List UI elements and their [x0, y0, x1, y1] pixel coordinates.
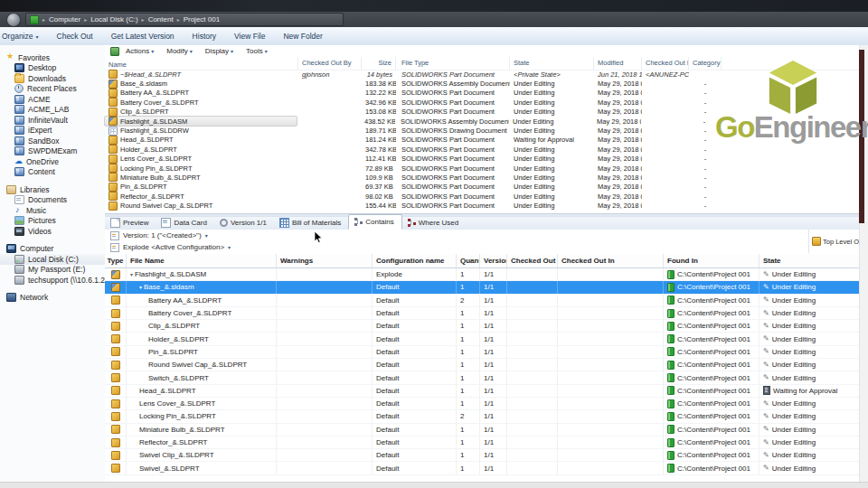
version-dropdown[interactable]: Version: 1 ("<Created>") ▾	[105, 230, 859, 241]
breadcrumb-item[interactable]: Project 001	[182, 15, 222, 23]
bom-column-header-type[interactable]: Type	[105, 254, 127, 267]
bom-column-header-checked-out-[interactable]: Checked Out ...	[507, 254, 558, 267]
sidebar-item-desktop[interactable]: Desktop	[0, 63, 105, 74]
bom-column-header-warnings[interactable]: Warnings	[277, 254, 373, 267]
sidebar-item-pictures[interactable]: Pictures	[0, 216, 105, 227]
bom-file-name-cell[interactable]: Pin_&.SLDPRT	[127, 346, 277, 358]
file-row[interactable]: Battery Cover_&.SLDPRT342.96 KBSOLIDWORK…	[105, 98, 859, 107]
file-row[interactable]: Locking Pin_&.SLDPRT72.89 KBSOLIDWORKS P…	[105, 164, 859, 173]
bom-row[interactable]: Swivel Clip_&.SLDPRTDefault11/1C:\Conten…	[105, 449, 859, 462]
sidebar-item-downloads[interactable]: Downloads	[0, 73, 105, 84]
bom-row[interactable]: Miniature Bulb_&.SLDPRTDefault11/1C:\Con…	[105, 424, 859, 436]
file-row[interactable]: Reflector_&.SLDPRT98.02 KBSOLIDWORKS Par…	[105, 192, 859, 201]
file-name-cell[interactable]: Pin_&.SLDPRT	[105, 183, 298, 192]
bom-file-name-cell[interactable]: Battery AA_&.SLDPRT	[127, 295, 277, 306]
bom-file-name-cell[interactable]: ▾Base_&.sldasm	[127, 281, 277, 293]
file-name-cell[interactable]: Battery Cover_&.SLDPRT	[105, 98, 298, 107]
bom-column-header-state[interactable]: State	[760, 254, 857, 267]
bom-row[interactable]: Clip_&.SLDPRTDefault11/1C:\Content\Proje…	[105, 320, 859, 333]
bom-row[interactable]: ▾Flashlight_&.SLDASMExplode11/1C:\Conten…	[105, 268, 859, 281]
tab-bill-of-materials[interactable]: Bill of Materials	[274, 216, 348, 230]
toolbar-button-view-file[interactable]: View File	[225, 32, 274, 41]
bom-row[interactable]: Holder_&.SLDPRTDefault11/1C:\Content\Pro…	[105, 333, 859, 345]
sidebar-item-local-disk-c-[interactable]: Local Disk (C:)	[0, 254, 105, 265]
file-name-cell[interactable]: Holder_&.SLDPRT	[105, 145, 298, 154]
file-row[interactable]: Holder_&.SLDPRT342.78 KBSOLIDWORKS Part …	[105, 145, 859, 154]
tree-collapse-icon[interactable]: ▾	[130, 271, 133, 277]
bom-row[interactable]: Round Swivel Cap_&.SLDPRTDefault11/1C:\C…	[105, 359, 859, 371]
file-row[interactable]: Round Swivel Cap_&.SLDPRT155.44 KBSOLIDW…	[105, 201, 859, 210]
file-name-cell[interactable]: Base_&.sldasm	[105, 80, 298, 89]
file-row[interactable]: Flashlight_&.SLDASM438.52 KBSOLIDWORKS A…	[105, 117, 859, 126]
sidebar-item-iexpert[interactable]: iExpert	[0, 126, 105, 136]
bom-row[interactable]: Battery AA_&.SLDPRTDefault21/1C:\Content…	[105, 295, 859, 307]
sidebar-item-onedrive[interactable]: OneDrive	[0, 156, 105, 167]
sidebar-item-swpdmexam[interactable]: SWPDMExam	[0, 146, 105, 157]
file-row[interactable]: Battery AA_&.SLDPRT132.22 KBSOLIDWORKS P…	[105, 89, 859, 98]
file-name-cell[interactable]: Round Swivel Cap_&.SLDPRT	[105, 202, 298, 211]
sidebar-item-documents[interactable]: Documents	[0, 195, 105, 206]
breadcrumb-item[interactable]: Local Disk (C:)	[89, 15, 139, 23]
sidebar-item-content[interactable]: Content	[0, 167, 105, 178]
bom-file-name-cell[interactable]: Reflector_&.SLDPRT	[127, 436, 277, 448]
toolbar-button-new-folder[interactable]: New Folder	[274, 32, 331, 41]
file-name-cell[interactable]: Lens Cover_&.SLDPRT	[105, 155, 298, 164]
sidebar-section-network[interactable]: Network	[0, 293, 105, 304]
back-button[interactable]	[7, 14, 20, 26]
bom-row[interactable]: Swivel_&.SLDPRTDefault11/1C:\Content\Pro…	[105, 462, 859, 474]
bom-file-name-cell[interactable]: Battery Cover_&.SLDPRT	[127, 307, 277, 319]
file-row[interactable]: Flashlight_&.SLDDRW189.71 KBSOLIDWORKS D…	[105, 126, 859, 135]
file-name-cell[interactable]: Locking Pin_&.SLDPRT	[105, 164, 298, 173]
file-row[interactable]: Base_&.sldasm183.38 KBSOLIDWORKS Assembl…	[105, 79, 859, 88]
toolbar-button-history[interactable]: History	[184, 32, 225, 41]
breadcrumb-item[interactable]: Content	[146, 15, 175, 23]
sidebar-item-infinitevault[interactable]: InfiniteVault	[0, 115, 105, 126]
sidebar-item-music[interactable]: Music	[0, 205, 105, 216]
file-name-cell[interactable]: Miniature Bulb_&.SLDPRT	[105, 173, 298, 182]
toolbar-button-check-out[interactable]: Check Out	[48, 32, 102, 41]
file-name-cell[interactable]: Head_&.SLDPRT	[105, 136, 298, 145]
tab-version-1-1[interactable]: Version 1/1	[214, 216, 274, 230]
column-header-modified[interactable]: Modified	[594, 57, 642, 70]
column-header-size[interactable]: Size	[362, 57, 396, 70]
bom-row[interactable]: Lens Cover_&.SLDPRTDefault11/1C:\Content…	[105, 398, 859, 410]
menu-modify[interactable]: Modify▾	[160, 47, 199, 55]
bom-file-name-cell[interactable]: Miniature Bulb_&.SLDPRT	[127, 424, 277, 436]
file-row[interactable]: Head_&.SLDPRT181.24 KBSOLIDWORKS Part Do…	[105, 136, 859, 145]
sidebar-section-computer[interactable]: Computer	[0, 244, 105, 255]
tree-collapse-icon[interactable]: ▾	[139, 284, 142, 290]
bom-file-name-cell[interactable]: Holder_&.SLDPRT	[127, 333, 277, 344]
bom-file-name-cell[interactable]: Swivel Clip_&.SLDPRT	[127, 449, 277, 461]
bom-column-header-file-name[interactable]: File Name	[127, 254, 277, 267]
column-header-name[interactable]: Name	[105, 57, 298, 70]
top-level-only-button[interactable]: Top Level Onl	[808, 230, 859, 253]
sidebar-item-recent-places[interactable]: Recent Places	[0, 84, 105, 95]
column-header-checked-out-in[interactable]: Checked Out In	[642, 57, 689, 70]
menu-display[interactable]: Display▾	[199, 47, 240, 55]
sidebar-item-acme-lab[interactable]: ACME_LAB	[0, 105, 105, 116]
file-name-cell[interactable]: Reflector_&.SLDPRT	[105, 192, 298, 201]
bom-row[interactable]: Locking Pin_&.SLDPRTDefault21/1C:\Conten…	[105, 410, 859, 423]
toolbar-button-get-latest-version[interactable]: Get Latest Version	[102, 32, 184, 41]
sidebar-item-sandbox[interactable]: SandBox	[0, 136, 105, 146]
bom-file-name-cell[interactable]: Round Swivel Cap_&.SLDPRT	[127, 359, 277, 371]
bom-file-name-cell[interactable]: Lens Cover_&.SLDPRT	[127, 398, 277, 409]
file-row[interactable]: Miniature Bulb_&.SLDPRT109.9 KBSOLIDWORK…	[105, 173, 859, 182]
bom-file-name-cell[interactable]: Switch_&.SLDPRT	[127, 371, 277, 383]
toolbar-button-organize[interactable]: Organize▾	[0, 32, 48, 41]
bom-row[interactable]: Pin_&.SLDPRTDefault11/1C:\Content\Projec…	[105, 346, 859, 359]
file-row[interactable]: ~$Head_&.SLDPRTgjohnson14 bytesSOLIDWORK…	[105, 70, 859, 79]
column-header-category[interactable]: Category	[689, 57, 722, 70]
bom-row[interactable]: ▾Base_&.sldasmDefault11/1C:\Content\Proj…	[105, 281, 859, 294]
sidebar-item-acme[interactable]: ACME	[0, 94, 105, 105]
bom-file-name-cell[interactable]: Locking Pin_&.SLDPRT	[127, 410, 277, 422]
tab-preview[interactable]: Preview	[105, 216, 156, 230]
file-name-cell[interactable]: ~$Head_&.SLDPRT	[105, 70, 298, 79]
menu-actions[interactable]: Actions▾	[119, 47, 160, 55]
menu-tools[interactable]: Tools▾	[240, 47, 274, 55]
bom-file-name-cell[interactable]: Swivel_&.SLDPRT	[127, 462, 277, 474]
breadcrumb-item[interactable]: Computer	[47, 15, 82, 23]
file-name-cell[interactable]: Flashlight_&.SLDASM	[104, 116, 297, 127]
tab-data-card[interactable]: Data Card	[156, 216, 213, 230]
column-header-state[interactable]: State	[510, 57, 594, 70]
